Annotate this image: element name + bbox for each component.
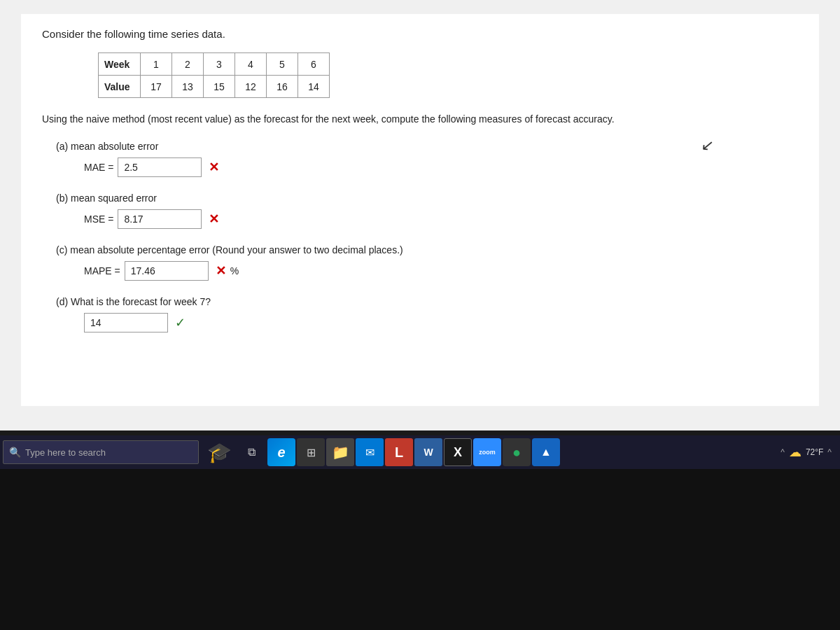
edge-letter: e xyxy=(277,444,285,461)
week-3: 3 xyxy=(204,53,235,76)
part-b-label: (b) mean squared error xyxy=(56,192,798,204)
taskbar: 🔍 Type here to search 🎓 ⧉ e ⊞ 📁 ✉ L W X xyxy=(0,435,840,469)
mse-eq-label: MSE = xyxy=(84,214,113,225)
week-label: Week xyxy=(99,53,141,76)
week-1: 1 xyxy=(141,53,172,76)
mape-input[interactable] xyxy=(125,261,209,281)
instructions-text: Using the naive method (most recent valu… xyxy=(42,112,798,127)
value-5: 16 xyxy=(267,76,298,98)
value-2: 13 xyxy=(172,76,204,98)
mail-emoji: ✉ xyxy=(365,446,374,459)
mountain-shape: ▲ xyxy=(540,446,552,458)
folder-emoji: 📁 xyxy=(332,444,349,461)
value-4: 12 xyxy=(235,76,267,98)
task-view-button[interactable]: ⧉ xyxy=(237,438,266,467)
question-title: Consider the following time series data. xyxy=(42,28,798,40)
word-icon[interactable]: W xyxy=(414,438,442,466)
taskbar-apps: e ⊞ 📁 ✉ L W X zoom ● ▲ xyxy=(267,438,560,466)
search-bar[interactable]: 🔍 Type here to search xyxy=(3,440,199,464)
part-b-row: MSE = ✕ xyxy=(84,209,798,229)
part-a-label: (a) mean absolute error xyxy=(56,141,798,152)
chevron-up-icon[interactable]: ^ xyxy=(780,447,785,457)
x-letter: X xyxy=(454,445,462,460)
green-circle-icon[interactable]: ● xyxy=(503,438,531,466)
cursor-arrow: ↙ xyxy=(701,136,715,155)
search-icon: 🔍 xyxy=(9,447,21,458)
value-3: 15 xyxy=(204,76,235,98)
task-view-icon: ⧉ xyxy=(248,446,255,458)
value-1: 17 xyxy=(141,76,172,98)
value-6: 14 xyxy=(298,76,330,98)
grid-icon: ⊞ xyxy=(307,446,316,459)
mae-eq-label: MAE = xyxy=(84,162,113,173)
mountain-icon[interactable]: ▲ xyxy=(532,438,560,466)
percent-sign: % xyxy=(230,265,239,276)
table-header-row: Week 1 2 3 4 5 6 xyxy=(99,53,330,76)
l-letter: L xyxy=(395,444,403,461)
grad-cap-decoration: 🎓 xyxy=(203,438,235,467)
mae-wrong-icon: ✕ xyxy=(209,160,219,175)
mail-icon[interactable]: ✉ xyxy=(356,438,384,466)
question-container: Consider the following time series data.… xyxy=(21,14,819,406)
folder-icon[interactable]: 📁 xyxy=(326,438,354,466)
search-placeholder-text: Type here to search xyxy=(25,447,106,458)
system-tray: ^ ☁ 72°F ^ xyxy=(780,444,837,460)
word-letter: W xyxy=(424,447,433,458)
l-app-icon[interactable]: L xyxy=(385,438,413,466)
document-area: Consider the following time series data.… xyxy=(0,0,840,430)
table-value-row: Value 17 13 15 12 16 14 xyxy=(99,76,330,98)
value-label: Value xyxy=(99,76,141,98)
data-table: Week 1 2 3 4 5 6 Value 17 13 15 12 16 14 xyxy=(98,52,330,98)
mse-input[interactable] xyxy=(118,209,202,229)
part-d-label: (d) What is the forecast for week 7? xyxy=(56,296,798,307)
week7-input[interactable] xyxy=(84,313,168,332)
part-a-row: MAE = ✕ xyxy=(84,158,798,177)
part-d-row: ✓ xyxy=(84,313,798,332)
part-c-label: (c) mean absolute percentage error (Roun… xyxy=(56,244,798,255)
mape-eq-label: MAPE = xyxy=(84,265,120,276)
grad-cap-icon: 🎓 xyxy=(207,441,232,464)
zoom-icon[interactable]: zoom xyxy=(473,438,501,466)
windows-grid-icon[interactable]: ⊞ xyxy=(297,438,325,466)
part-c-row: MAPE = ✕ % xyxy=(84,261,798,281)
x-app-icon[interactable]: X xyxy=(444,438,472,466)
mae-input[interactable] xyxy=(118,158,202,177)
mse-wrong-icon: ✕ xyxy=(209,211,219,227)
week7-correct-icon: ✓ xyxy=(175,315,186,330)
notification-chevron-icon[interactable]: ^ xyxy=(827,447,832,457)
mape-wrong-icon: ✕ xyxy=(216,263,226,279)
week-2: 2 xyxy=(172,53,204,76)
week-4: 4 xyxy=(235,53,267,76)
weather-cloud-icon: ☁ xyxy=(789,444,802,460)
temperature-display: 72°F xyxy=(806,447,823,457)
week-5: 5 xyxy=(267,53,298,76)
week-6: 6 xyxy=(298,53,330,76)
zoom-label: zoom xyxy=(479,449,496,456)
green-dot: ● xyxy=(512,444,521,461)
dark-bottom-area xyxy=(0,469,840,630)
edge-icon[interactable]: e xyxy=(267,438,295,466)
